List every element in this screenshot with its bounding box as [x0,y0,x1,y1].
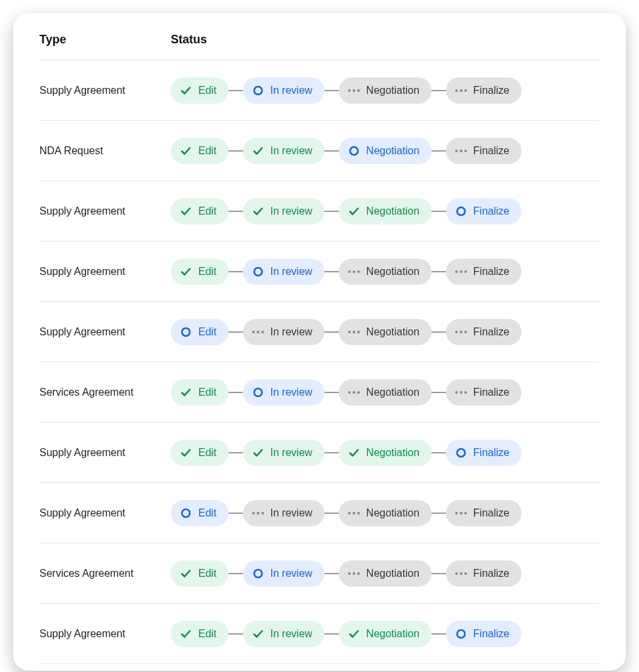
dots-icon [348,326,360,338]
stage-pill-negotiation[interactable]: Negotiation [339,259,431,285]
stage-label: Edit [198,507,217,519]
circle-icon [252,568,264,579]
circle-icon [180,326,192,338]
stage-pill-finalize[interactable]: Finalize [446,379,521,406]
stage-connector [324,331,339,333]
stage-pill-in-review[interactable]: In review [243,379,324,406]
stage-connector [431,452,446,453]
stage-pill-in-review[interactable]: In review [243,77,324,104]
stage-pill-finalize[interactable]: Finalize [446,138,521,164]
stage-pill-finalize[interactable]: Finalize [446,259,521,285]
stage-pill-edit[interactable]: Edit [171,319,229,345]
status-cell: EditIn reviewNegotiationFinalize [171,440,600,466]
stage-label: Negotiation [366,326,420,338]
stage-label: Edit [198,326,217,338]
stage-pill-edit[interactable]: Edit [171,621,229,647]
stage-connector [324,271,339,272]
stage-pill-in-review[interactable]: In review [243,440,324,466]
stage-connector [431,90,446,91]
circle-icon [180,507,192,519]
stage-pill-negotiation[interactable]: Negotiation [339,379,431,406]
stage-connector [324,392,339,393]
stage-pill-finalize[interactable]: Finalize [446,560,521,587]
stage-connector [229,573,243,574]
stage-pill-in-review[interactable]: In review [243,621,324,647]
svg-point-8 [254,570,262,578]
stage-pill-in-review[interactable]: In review [243,319,324,345]
status-cell: EditIn reviewNegotiationFinalize [171,198,600,224]
type-cell: Supply Agreement [39,85,171,96]
stage-pill-in-review[interactable]: In review [243,259,324,285]
stage-pill-finalize[interactable]: Finalize [446,440,521,466]
status-cell: EditIn reviewNegotiationFinalize [171,319,600,345]
check-icon [180,145,192,157]
check-icon [180,447,192,459]
check-icon [180,568,192,579]
stage-label: Edit [198,266,217,278]
stage-connector [229,513,243,514]
stage-pill-finalize[interactable]: Finalize [446,500,521,526]
stage-pill-negotiation[interactable]: Negotiation [339,77,431,104]
stage-pill-negotiation[interactable]: Negotiation [339,621,431,647]
circle-icon [455,628,467,640]
table-row: Supply AgreementEditIn reviewNegotiation… [39,604,600,664]
stage-pill-finalize[interactable]: Finalize [446,621,521,647]
stage-label: Edit [198,145,217,157]
type-cell: Supply Agreement [39,266,171,278]
stage-pill-in-review[interactable]: In review [243,198,324,224]
dots-icon [348,568,360,579]
stage-pill-edit[interactable]: Edit [171,379,229,406]
stage-pill-in-review[interactable]: In review [243,500,324,526]
stage-label: Finalize [474,205,510,217]
status-table-card: Type Status Supply AgreementEditIn revie… [13,13,626,671]
dots-icon [455,266,467,278]
stage-pill-finalize[interactable]: Finalize [446,198,521,224]
check-icon [180,205,192,217]
stage-pill-edit[interactable]: Edit [171,198,229,224]
type-cell: Supply Agreement [39,507,171,519]
dots-icon [455,507,467,519]
check-icon [180,628,192,640]
dots-icon [348,387,360,398]
check-icon [180,387,192,398]
stage-label: Negotiation [366,568,420,579]
stage-connector [431,573,446,574]
status-cell: EditIn reviewNegotiationFinalize [171,138,600,164]
stage-pill-negotiation[interactable]: Negotiation [339,319,431,345]
stage-pill-in-review[interactable]: In review [243,138,324,164]
stage-label: Finalize [474,447,510,459]
stage-pill-negotiation[interactable]: Negotiation [339,560,431,587]
stage-label: Finalize [474,85,510,96]
type-cell: Services Agreement [39,568,171,579]
table-header: Type Status [39,33,600,60]
stage-pill-in-review[interactable]: In review [243,560,324,587]
stage-label: In review [271,568,313,579]
stage-connector [324,513,339,514]
stage-label: Finalize [474,568,510,579]
stage-pill-edit[interactable]: Edit [171,440,229,466]
stage-pill-edit[interactable]: Edit [171,560,229,587]
svg-point-1 [350,147,358,155]
stage-pill-edit[interactable]: Edit [171,500,229,526]
column-header-status: Status [171,33,600,47]
svg-point-4 [182,328,190,336]
dots-icon [455,85,467,96]
circle-icon [455,447,467,459]
stage-pill-negotiation[interactable]: Negotiation [339,198,431,224]
stage-pill-finalize[interactable]: Finalize [446,319,521,345]
dots-icon [348,266,360,278]
stage-pill-edit[interactable]: Edit [171,138,229,164]
stage-pill-edit[interactable]: Edit [171,259,229,285]
stage-pill-negotiation[interactable]: Negotiation [339,500,431,526]
stage-connector [324,150,339,152]
stage-pill-negotiation[interactable]: Negotiation [339,440,431,466]
stage-pill-negotiation[interactable]: Negotiation [339,138,431,164]
stage-pill-edit[interactable]: Edit [171,77,229,104]
stage-label: Negotiation [366,145,420,157]
stage-label: Edit [198,205,217,217]
type-cell: Supply Agreement [39,205,171,217]
table-body: Supply AgreementEditIn reviewNegotiation… [39,60,600,664]
table-row: Supply AgreementEditIn reviewNegotiation… [39,302,600,362]
stage-pill-finalize[interactable]: Finalize [446,77,521,104]
circle-icon [252,85,264,96]
